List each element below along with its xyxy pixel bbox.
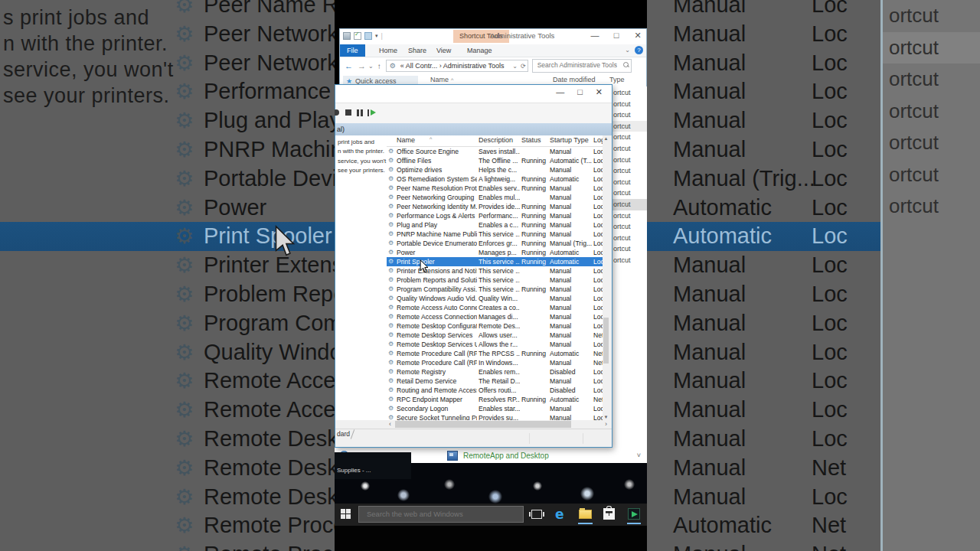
column-header-description[interactable]: Description	[479, 136, 513, 144]
taskbar-search-box[interactable]	[358, 506, 524, 523]
file-type-cell[interactable]: ortcut	[609, 177, 647, 188]
file-type-cell[interactable]: ortcut	[609, 87, 647, 99]
service-row[interactable]: ⚙ Portable Device Enumerator... Enforces…	[387, 239, 603, 248]
file-type-cell[interactable]: ortcut	[609, 121, 647, 132]
service-row[interactable]: ⚙ Peer Networking Grouping Enables mul..…	[387, 193, 603, 202]
maximize-button[interactable]: □	[577, 87, 583, 97]
forward-button[interactable]: →	[358, 61, 366, 70]
close-button[interactable]: ✕	[596, 87, 603, 97]
service-row[interactable]: ⚙ Office Source Engine Saves install... …	[387, 147, 603, 156]
service-row[interactable]: ⚙ Print Spooler This service ... Running…	[387, 257, 603, 266]
task-view-icon[interactable]	[531, 510, 542, 519]
pause-service-icon[interactable]	[357, 109, 363, 116]
recent-locations-chevron-icon[interactable]: ⌄	[368, 63, 374, 70]
column-header-type[interactable]: Type	[609, 76, 625, 83]
refresh-icon[interactable]: ⟳	[521, 60, 526, 72]
file-type-cell[interactable]: ortcut	[609, 109, 647, 121]
service-row[interactable]: ⚙ Offline Files The Offline ... Running …	[387, 156, 603, 165]
scroll-left-arrow-icon[interactable]: ‹	[389, 420, 391, 429]
file-type-cell[interactable]: ortcut	[609, 132, 647, 143]
service-row[interactable]: ⚙ RPC Endpoint Mapper Resolves RP... Run…	[387, 395, 603, 404]
column-header-startup-type[interactable]: Startup Type	[550, 136, 589, 144]
up-button[interactable]: ↑	[377, 62, 381, 70]
service-row[interactable]: ⚙ Secondary Logon Enables star... Manual…	[387, 404, 603, 413]
service-row[interactable]: ⚙ PNRP Machine Name Publi... This servic…	[387, 230, 603, 239]
qat-customize-chevron-icon[interactable]: ▾	[375, 33, 378, 39]
service-row[interactable]: ⚙ Optimize drives Helps the c... Manual …	[387, 165, 603, 174]
scrollbar-thumb[interactable]	[603, 318, 609, 364]
service-row[interactable]: ⚙ Remote Registry Enables rem... Disable…	[387, 367, 603, 377]
service-row[interactable]: ⚙ Remote Desktop Services U... Allows th…	[387, 340, 603, 349]
edge-browser-icon[interactable]: e	[555, 507, 564, 522]
back-button[interactable]: ←	[345, 61, 353, 70]
column-header-date-modified[interactable]: Date modified	[553, 76, 596, 83]
service-row[interactable]: ⚙ Routing and Remote Access Offers routi…	[387, 386, 603, 395]
scrollbar-thumb[interactable]	[395, 421, 571, 428]
explorer-search-input[interactable]	[536, 60, 619, 70]
taskbar-search-input[interactable]	[365, 509, 514, 519]
tab-file[interactable]: File	[340, 44, 365, 57]
service-row[interactable]: ⚙ Peer Name Resolution Prot... Enables s…	[387, 184, 603, 193]
tab-manage[interactable]: Manage	[460, 44, 499, 57]
scroll-right-arrow-icon[interactable]: ›	[605, 420, 607, 429]
start-button[interactable]	[341, 509, 351, 520]
minimize-button[interactable]: —	[590, 31, 600, 41]
column-header-status[interactable]: Status	[521, 136, 541, 144]
file-type-cell[interactable]: ortcut	[609, 165, 647, 177]
service-row[interactable]: ⚙ Peer Networking Identity M... Provides…	[387, 202, 603, 211]
file-type-cell[interactable]: ortcut	[609, 210, 647, 222]
scroll-down-arrow-icon[interactable]: ▼	[603, 415, 609, 419]
service-row[interactable]: ⚙ Remote Access Auto Conne... Creates a …	[387, 303, 603, 312]
service-row[interactable]: ⚙ Power Manages p... Running Automatic L…	[387, 248, 603, 257]
service-row[interactable]: ⚙ Performance Logs & Alerts Performanc..…	[387, 211, 603, 220]
minimize-button[interactable]: —	[556, 87, 564, 97]
restart-service-icon[interactable]	[368, 109, 377, 117]
tab-home[interactable]: Home	[372, 44, 404, 57]
file-type-cell[interactable]: ortcut	[609, 143, 647, 155]
file-type-cell[interactable]: ortcut	[609, 233, 647, 244]
file-type-cell[interactable]: ortcut	[609, 243, 647, 255]
tab-standard-fragment[interactable]: dard	[337, 430, 350, 438]
service-row[interactable]: ⚙ Program Compatibility Assi... This ser…	[387, 285, 603, 294]
file-type-cell[interactable]: ortcut	[609, 255, 647, 266]
service-row[interactable]: ⚙ Problem Reports and Soluti... This ser…	[387, 276, 603, 285]
close-button[interactable]: ✕	[632, 31, 643, 41]
stop-service-icon[interactable]	[345, 109, 351, 116]
properties-icon[interactable]	[354, 32, 361, 40]
explorer-title-bar[interactable]: ▾ | Shortcut Tools Administrative Tools …	[340, 29, 646, 44]
service-row[interactable]: ⚙ OS Remediation System Ser... A lightwe…	[387, 174, 603, 184]
dropdown-chevron-icon[interactable]: ˅	[637, 452, 641, 459]
column-header-log-on-as[interactable]: Log	[593, 136, 603, 144]
quick-access-toolbar[interactable]: ▾ |	[343, 32, 383, 40]
tab-share[interactable]: Share	[401, 44, 433, 57]
help-icon[interactable]: ?	[635, 46, 643, 54]
service-row[interactable]: ⚙ Retail Demo Service The Retail D... Ma…	[387, 377, 603, 386]
services-horizontal-scrollbar[interactable]: ‹ ›	[335, 420, 609, 429]
ribbon-expand-chevron-icon[interactable]: ⌄	[625, 47, 630, 54]
address-dropdown-chevron-icon[interactable]: ⌄	[512, 60, 518, 72]
service-row[interactable]: ⚙ Remote Procedure Call (RP... In Window…	[387, 358, 603, 367]
column-header-name[interactable]: Name^	[430, 76, 453, 83]
service-row[interactable]: ⚙ Quality Windows Audio Vid... Quality W…	[387, 294, 603, 303]
toolbar-partial-icon[interactable]	[335, 109, 339, 116]
media-app-icon[interactable]	[628, 508, 640, 520]
services-vertical-scrollbar[interactable]: ▲ ▼	[603, 135, 609, 420]
file-explorer-icon[interactable]	[579, 510, 592, 519]
new-folder-icon[interactable]	[364, 32, 372, 40]
file-type-cell[interactable]: ortcut	[609, 155, 647, 166]
service-row[interactable]: ⚙ Remote Procedure Call (RPC) The RPCSS …	[387, 349, 603, 358]
service-row[interactable]: ⚙ Remote Desktop Configurat... Remote De…	[387, 321, 603, 331]
windows-store-icon[interactable]	[603, 508, 615, 520]
tab-view[interactable]: View	[430, 44, 458, 57]
services-title-bar[interactable]: — □ ✕	[335, 85, 612, 103]
maximize-button[interactable]: □	[611, 31, 622, 41]
service-row[interactable]: ⚙ Remote Access Connection... Manages di…	[387, 312, 603, 321]
control-panel-item-remoteapp[interactable]: RemoteApp and Desktop	[463, 452, 549, 460]
column-header-name[interactable]: Name	[397, 136, 415, 144]
service-row[interactable]: ⚙ Printer Extensions and Notif... This s…	[387, 266, 603, 276]
breadcrumb[interactable]: « All Contr... › Administrative Tools	[400, 62, 505, 70]
file-type-cell[interactable]: ortcut	[609, 221, 647, 233]
service-row[interactable]: ⚙ Remote Desktop Services Allows user...…	[387, 331, 603, 340]
file-type-cell[interactable]: ortcut	[609, 99, 647, 110]
scroll-up-arrow-icon[interactable]: ▲	[603, 136, 609, 141]
